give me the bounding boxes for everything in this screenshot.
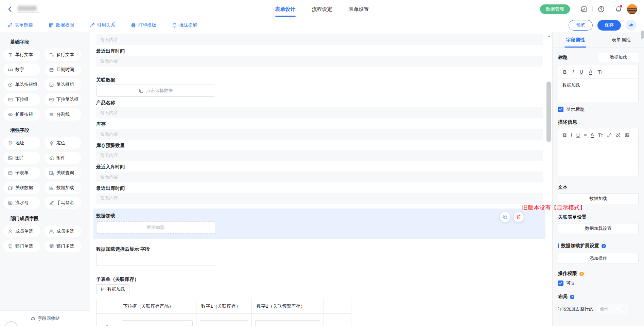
- scroll-up-icon[interactable]: [547, 34, 551, 38]
- field-input-placeholder[interactable]: 暂无内容: [96, 107, 543, 118]
- sidebar-item-single-line-text[interactable]: 单行文本: [3, 49, 40, 61]
- link-icon[interactable]: [607, 133, 612, 138]
- field-input-placeholder[interactable]: 暂无内容: [96, 34, 543, 45]
- sidebar-item-address[interactable]: 地址: [3, 137, 40, 149]
- data-load-settings-button[interactable]: 数据加载设置: [558, 223, 639, 234]
- field-input-placeholder[interactable]: 暂无内容: [96, 56, 543, 67]
- display-after-select-input[interactable]: [96, 254, 215, 266]
- data-load-trigger-button[interactable]: 数据加载: [96, 221, 215, 234]
- italic-icon[interactable]: I: [571, 133, 572, 138]
- sidebar-item-dept-multi[interactable]: 部门多选: [45, 240, 81, 252]
- toolbar-link-form-link[interactable]: 表单链接: [7, 22, 33, 28]
- click-select-data-button[interactable]: 点击选择数据: [96, 85, 215, 97]
- field-input-placeholder[interactable]: 暂无内容: [96, 171, 543, 182]
- sidebar-item-attachment[interactable]: 附件: [45, 152, 81, 164]
- field-library-sidebar: 基础字段 单行文本 多行文本 123数字 日期时间 单选按钮组 复选框组 下拉框…: [0, 32, 90, 326]
- font-size-icon[interactable]: Tт: [598, 70, 603, 74]
- font-color-icon[interactable]: A: [591, 132, 594, 138]
- sidebar-item-data-load[interactable]: 数据加载: [45, 182, 81, 194]
- insert-image-icon[interactable]: [625, 133, 629, 138]
- font-size-icon[interactable]: Tт: [598, 133, 603, 138]
- toolbar-link-data-permission[interactable]: 数据权限: [49, 22, 74, 28]
- question-icon[interactable]: ?: [601, 243, 606, 249]
- avatar[interactable]: [627, 4, 637, 14]
- row-number1-input[interactable]: [200, 320, 248, 326]
- sidebar-item-datetime[interactable]: 日期时间: [45, 64, 81, 76]
- sidebar-item-location[interactable]: 定位: [45, 137, 81, 149]
- sidebar-item-checkbox-group[interactable]: 复选框组: [45, 78, 81, 91]
- row-select-product[interactable]: [122, 320, 193, 326]
- sidebar-item-member-single[interactable]: 成员单选: [3, 225, 40, 237]
- sidebar-item-divider[interactable]: 分割线: [45, 108, 81, 121]
- italic-icon[interactable]: I: [572, 70, 574, 74]
- scrollbar-thumb[interactable]: [546, 82, 551, 142]
- text-data-load-button[interactable]: 数据加载: [558, 193, 639, 204]
- toolbar-link-push-notice[interactable]: 推送提醒: [172, 22, 197, 28]
- toolbar-link-label: 引用关系: [97, 22, 115, 28]
- tab-form-design[interactable]: 表单设计: [275, 0, 296, 18]
- selected-field-data-load[interactable]: 数据加载 数据加载 旧版本没有【显示模式】: [93, 209, 545, 239]
- tab-field-properties[interactable]: 字段属性: [553, 32, 598, 48]
- sidebar-item-expand-button[interactable]: 扩展按钮: [3, 108, 40, 121]
- field-input-placeholder[interactable]: 暂无内容: [96, 193, 543, 204]
- toolbar-link-print-template[interactable]: 打印模版: [131, 22, 156, 28]
- sidebar-item-subform[interactable]: 子表单: [3, 167, 40, 179]
- underline-icon[interactable]: U: [576, 133, 580, 138]
- sidebar-item-serial-number[interactable]: 流水号: [3, 197, 40, 209]
- section-title-enhanced-fields: 增强字段: [10, 127, 90, 133]
- sidebar-item-multi-line-text[interactable]: 多行文本: [45, 49, 81, 61]
- sidebar-item-multi-select[interactable]: 下拉复选框: [45, 93, 81, 106]
- field-title-input[interactable]: 数据加载: [598, 53, 639, 62]
- bold-icon[interactable]: B: [563, 133, 567, 138]
- help-icon[interactable]: [598, 6, 605, 13]
- sidebar-item-linked-data[interactable]: 关联数据: [3, 182, 40, 194]
- delete-field-button[interactable]: [514, 212, 524, 222]
- align-icon[interactable]: ≡: [584, 133, 587, 138]
- tab-flow-setting[interactable]: 流程设定: [312, 0, 332, 18]
- title-editor-content[interactable]: 数据加载: [558, 79, 638, 102]
- sidebar-item-dept-single[interactable]: 部门单选: [3, 240, 40, 252]
- sidebar-item-label: 关联数据: [15, 185, 33, 191]
- row-index: 1: [97, 314, 118, 326]
- sidebar-item-linked-query[interactable]: 关联查询: [45, 167, 81, 179]
- show-title-checkbox[interactable]: 显示标题: [558, 106, 639, 112]
- sidebar-item-image[interactable]: 图片: [3, 152, 40, 164]
- page-scrollbar-thumb[interactable]: [641, 31, 644, 39]
- bold-icon[interactable]: B: [563, 70, 567, 74]
- sidebar-item-signature[interactable]: 手写签名: [45, 197, 81, 209]
- field-width-select[interactable]: 全部: [597, 304, 629, 314]
- desc-editor-content[interactable]: [558, 142, 638, 176]
- underline-icon[interactable]: U: [580, 70, 583, 74]
- section-title-basic-fields: 基础字段: [10, 39, 90, 45]
- question-icon[interactable]: ?: [570, 294, 575, 300]
- sidebar-item-select[interactable]: 下拉框: [3, 93, 40, 106]
- share-button[interactable]: [626, 20, 637, 31]
- sidebar-item-label: 图片: [15, 155, 24, 161]
- save-button[interactable]: 保存: [597, 20, 621, 31]
- subform-table: 下拉框（关联库存产品） 数字1（关联库存） 数字2（关联预警库存） 1: [96, 299, 351, 326]
- field-input-placeholder[interactable]: 暂无内容: [96, 150, 543, 161]
- subform-data-load-button[interactable]: 数据加载: [96, 284, 129, 294]
- notifications-button[interactable]: [615, 6, 622, 13]
- toolbar-link-reference[interactable]: 引用关系: [90, 22, 115, 28]
- tab-form-setting[interactable]: 表单设置: [349, 0, 369, 18]
- canvas-scrollbar[interactable]: [545, 32, 552, 326]
- sidebar-item-member-multi[interactable]: 成员多选: [45, 225, 81, 237]
- preview-button[interactable]: 预览: [569, 20, 593, 31]
- row-number2-input[interactable]: [255, 320, 320, 326]
- unlink-icon[interactable]: [616, 133, 621, 138]
- font-color-icon[interactable]: A: [589, 69, 592, 75]
- expand-button-icon: [8, 112, 13, 117]
- visible-checkbox[interactable]: 可见: [558, 280, 639, 286]
- sidebar-item-radio-group[interactable]: 单选按钮组: [3, 78, 40, 91]
- add-operation-button[interactable]: 添加操作: [558, 253, 639, 264]
- back-button[interactable]: [7, 6, 14, 13]
- field-input-placeholder[interactable]: 暂无内容: [96, 129, 543, 140]
- address-book-icon[interactable]: A: [580, 6, 587, 13]
- tab-form-properties[interactable]: 表单属性: [598, 32, 644, 48]
- copy-field-button[interactable]: [500, 212, 510, 222]
- data-manage-button[interactable]: 数据管理: [540, 4, 570, 14]
- location-icon: [49, 141, 54, 146]
- share-icon: [628, 22, 634, 28]
- sidebar-item-number[interactable]: 123数字: [3, 64, 40, 76]
